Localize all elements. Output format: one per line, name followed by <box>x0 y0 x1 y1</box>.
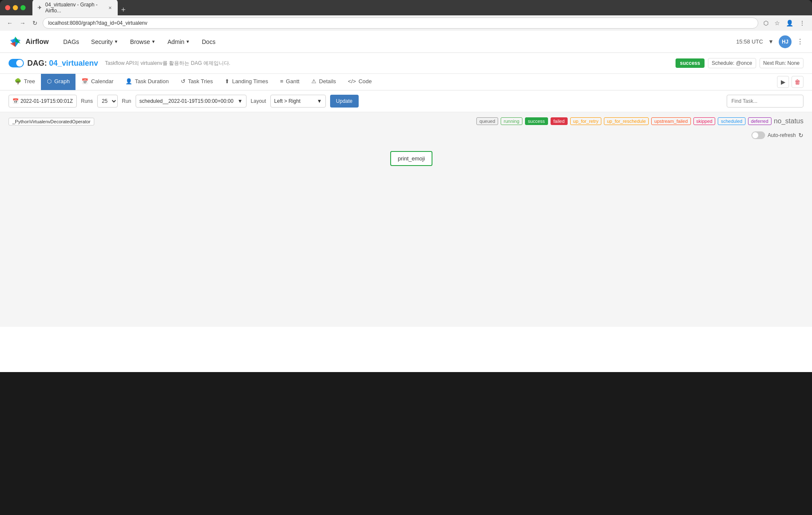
run-select-dropdown[interactable]: scheduled__2022-01-19T15:00:00+00:00 ▼ <box>136 95 246 108</box>
dag-name: 04_virtualenv <box>49 59 98 67</box>
tab-actions: ▶ 🗑 <box>777 76 803 88</box>
menu-icon[interactable]: ⋮ <box>798 18 807 28</box>
task-node-label: print_emoji <box>398 155 425 162</box>
runs-label: Runs <box>81 98 93 104</box>
nav-links: DAGs Security ▼ Browse ▼ Admin ▼ Docs <box>57 31 736 53</box>
operator-legend: _PythonVirtualenvDecoratedOperator <box>9 118 94 125</box>
delete-button[interactable]: 🗑 <box>792 76 803 88</box>
browse-arrow-icon: ▼ <box>151 39 156 44</box>
dag-header-right: success Schedule: @once Next Run: None <box>676 58 803 68</box>
landing-times-icon: ⬆ <box>225 78 229 84</box>
find-task-input[interactable] <box>727 95 803 108</box>
user-avatar[interactable]: HJ <box>779 35 792 48</box>
status-running: running <box>501 117 522 125</box>
runs-select[interactable]: 25 <box>97 95 118 108</box>
task-node-print-emoji[interactable]: print_emoji <box>390 151 433 166</box>
traffic-lights <box>5 5 26 10</box>
tab-task-duration[interactable]: 👤 Task Duration <box>119 74 174 90</box>
status-skipped: skipped <box>693 117 716 125</box>
tab-close-icon[interactable]: ✕ <box>107 5 113 11</box>
navbar-right: 15:58 UTC ▼ HJ ⋮ <box>736 35 803 48</box>
status-upstream-failed: upstream_failed <box>651 117 690 125</box>
address-bar[interactable]: localhost:8080/graph?dag_id=04_virtualen… <box>43 17 758 29</box>
run-label: Run <box>122 98 131 104</box>
address-text: localhost:8080/graph?dag_id=04_virtualen… <box>48 20 148 26</box>
toolbar-right: ⬡ ☆ 👤 ⋮ <box>762 18 807 28</box>
run-select-value: scheduled__2022-01-19T15:00:00+00:00 <box>139 98 234 104</box>
browser-titlebar: ✈ 04_virtualenv - Graph - Airflo... ✕ + <box>0 0 812 15</box>
dag-title-area: DAG: 04_virtualenv Taskflow API의 virtual… <box>9 59 676 68</box>
dag-title: DAG: 04_virtualenv <box>27 59 98 68</box>
status-scheduled: scheduled <box>718 117 745 125</box>
task-tries-icon: ↺ <box>181 78 186 84</box>
run-dropdown-arrow-icon: ▼ <box>238 98 243 104</box>
nav-link-security[interactable]: Security ▼ <box>85 31 124 53</box>
date-input[interactable]: 📅 2022-01-19T15:00:01Z <box>9 95 77 108</box>
tab-code[interactable]: </> Code <box>342 74 378 90</box>
security-arrow-icon: ▼ <box>114 39 118 44</box>
dag-schedule-badge: Schedule: @once <box>708 58 756 68</box>
forward-button[interactable]: → <box>18 18 27 28</box>
utc-time: 15:58 UTC <box>736 38 763 45</box>
dag-status-badge: success <box>676 58 704 68</box>
status-success: success <box>525 117 548 125</box>
status-up-retry: up_for_retry <box>570 117 601 125</box>
dag-header: DAG: 04_virtualenv Taskflow API의 virtual… <box>0 53 812 74</box>
nav-link-dags[interactable]: DAGs <box>57 31 85 53</box>
tab-tree-label: Tree <box>24 78 35 84</box>
admin-arrow-icon: ▼ <box>186 39 190 44</box>
navbar-menu-icon[interactable]: ⋮ <box>797 38 803 46</box>
navbar-brand[interactable]: Airflow <box>9 35 49 49</box>
profile-icon[interactable]: 👤 <box>784 18 795 28</box>
calendar-icon: 📅 <box>81 78 88 84</box>
graph-icon: ⬡ <box>47 78 52 84</box>
tab-favicon-icon: ✈ <box>38 5 43 11</box>
details-icon: ⚠ <box>311 78 316 84</box>
layout-dropdown-arrow-icon: ▼ <box>317 98 322 104</box>
tab-details-label: Details <box>319 78 336 84</box>
graph-area: _PythonVirtualenvDecoratedOperator queue… <box>0 112 812 327</box>
status-no-status: no_status <box>774 117 803 125</box>
tab-details[interactable]: ⚠ Details <box>305 74 342 90</box>
reload-button[interactable]: ↻ <box>31 18 39 28</box>
close-window-button[interactable] <box>5 5 10 10</box>
dag-description: Taskflow API의 virtualenv를 활용하는 DAG 예제입니다… <box>105 60 230 67</box>
status-queued: queued <box>476 117 498 125</box>
update-button[interactable]: Update <box>330 95 359 108</box>
maximize-window-button[interactable] <box>20 5 26 10</box>
cast-icon[interactable]: ⬡ <box>762 18 770 28</box>
task-duration-icon: 👤 <box>125 78 132 84</box>
dag-toggle[interactable] <box>9 59 24 67</box>
tab-code-label: Code <box>359 78 372 84</box>
gantt-icon: ≡ <box>280 78 284 84</box>
browser-window: ✈ 04_virtualenv - Graph - Airflo... ✕ + … <box>0 0 812 372</box>
bookmark-icon[interactable]: ☆ <box>773 18 782 28</box>
tab-task-tries[interactable]: ↺ Task Tries <box>175 74 219 90</box>
status-failed: failed <box>551 117 568 125</box>
nav-link-browse[interactable]: Browse ▼ <box>124 31 162 53</box>
back-button[interactable]: ← <box>5 18 14 28</box>
tab-calendar-label: Calendar <box>91 78 113 84</box>
tab-gantt[interactable]: ≡ Gantt <box>274 74 305 90</box>
minimize-window-button[interactable] <box>13 5 18 10</box>
layout-label: Layout <box>251 98 266 104</box>
active-browser-tab[interactable]: ✈ 04_virtualenv - Graph - Airflo... ✕ <box>32 0 118 16</box>
tab-graph[interactable]: ⬡ Graph <box>41 74 75 90</box>
status-legend: queued running success failed up_for_ret… <box>476 117 803 125</box>
nav-link-docs[interactable]: Docs <box>196 31 221 53</box>
tab-task-duration-label: Task Duration <box>135 78 168 84</box>
layout-value: Left > Right <box>274 98 301 104</box>
tab-tree[interactable]: 🌳 Tree <box>9 74 41 90</box>
tab-landing-times[interactable]: ⬆ Landing Times <box>219 74 274 90</box>
airflow-logo-icon <box>9 35 22 49</box>
play-button[interactable]: ▶ <box>777 76 789 88</box>
layout-select-dropdown[interactable]: Left > Right ▼ <box>270 95 326 108</box>
new-tab-button[interactable]: + <box>118 4 129 16</box>
nav-link-admin[interactable]: Admin ▼ <box>162 31 196 53</box>
tab-title: 04_virtualenv - Graph - Airflo... <box>45 2 105 14</box>
browser-toolbar: ← → ↻ localhost:8080/graph?dag_id=04_vir… <box>0 15 812 31</box>
calendar-small-icon: 📅 <box>12 98 19 104</box>
tab-graph-label: Graph <box>54 78 70 84</box>
tab-calendar[interactable]: 📅 Calendar <box>75 74 119 90</box>
airflow-navbar: Airflow DAGs Security ▼ Browse ▼ Admin ▼ <box>0 31 812 53</box>
